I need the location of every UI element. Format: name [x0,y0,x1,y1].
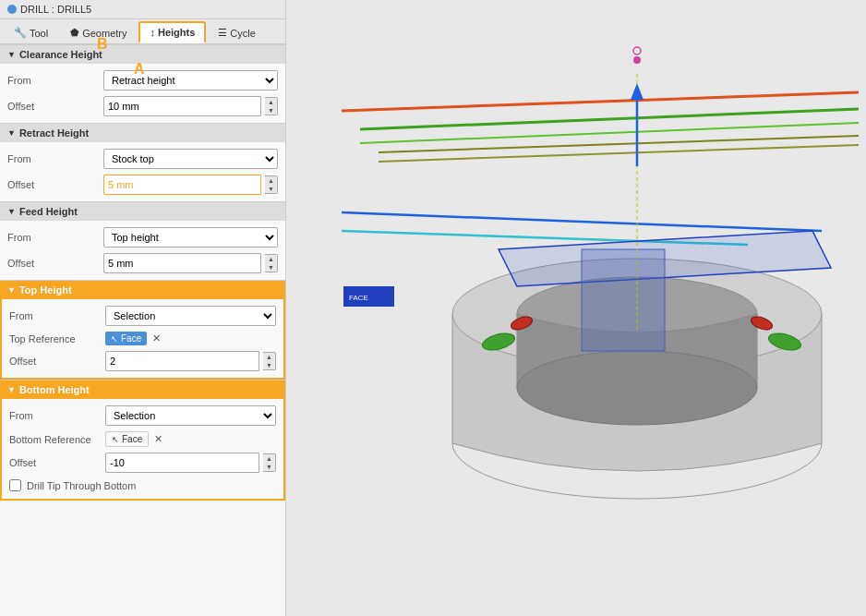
retract-offset-label: Offset [7,179,100,190]
drill-tip-row: Drill Tip Through Bottom [2,476,283,495]
clearance-offset-row: Offset ▲ ▼ [0,93,285,119]
top-height-arrow-icon: ▼ [7,285,16,295]
feed-offset-down[interactable]: ▼ [265,263,277,272]
top-from-row: From Retract height Stock top Top height… [2,303,283,329]
bottom-offset-row: Offset ▲ ▼ [2,450,283,476]
label-a: A [134,61,145,78]
retract-from-select[interactable]: Retract height Stock top Top height Sele… [103,149,278,169]
tab-cycle[interactable]: ☰ Cycle [208,21,266,43]
clearance-offset-up[interactable]: ▲ [265,98,277,106]
bottom-face-label: Face [122,434,142,444]
top-height-section-header[interactable]: ▼ Top Height [0,280,285,299]
top-offset-row: Offset ▲ ▼ [2,348,283,374]
heights-icon: ↕ [150,27,155,38]
drill-tip-checkbox[interactable] [9,479,21,491]
viewport[interactable]: FACE B A [286,0,866,616]
tab-heights[interactable]: ↕ Heights [138,21,206,43]
cycle-icon: ☰ [218,27,227,39]
retract-from-row: From Retract height Stock top Top height… [0,146,285,172]
drill-title: DRILL : DRILL5 [20,4,91,15]
feed-offset-input[interactable] [103,253,261,273]
bottom-from-row: From Retract height Stock top Top height… [2,403,283,429]
top-offset-control: ▲ ▼ [105,351,276,371]
feed-section: ▼ Feed Height From Retract height Stock … [0,201,285,280]
bottom-from-control: Retract height Stock top Top height Sele… [105,405,276,426]
left-panel: DRILL : DRILL5 B A 🔧 Tool ⬟ Geometry ↕ H… [0,0,286,616]
tabs-row: 🔧 Tool ⬟ Geometry ↕ Heights ☰ Cycle [0,19,285,44]
feed-arrow-icon: ▼ [7,207,16,216]
clearance-offset-down[interactable]: ▼ [265,106,277,115]
bottom-face-remove-button[interactable]: ✕ [152,433,164,445]
clearance-section: ▼ Clearance Height From Retract height S… [0,44,285,123]
svg-text:FACE: FACE [349,294,368,302]
top-offset-label: Offset [9,356,102,367]
bottom-reference-control: ↖ Face ✕ [105,431,276,447]
top-offset-up[interactable]: ▲ [263,353,275,361]
retract-offset-spinner: ▲ ▼ [265,175,278,194]
top-offset-down[interactable]: ▼ [263,361,275,369]
top-from-select[interactable]: Retract height Stock top Top height Sele… [105,306,276,326]
drill-tip-label: Drill Tip Through Bottom [27,480,136,491]
bottom-offset-spinner: ▲ ▼ [263,453,276,472]
retract-section: ▼ Retract Height From Retract height Sto… [0,123,285,201]
bottom-offset-down[interactable]: ▼ [263,463,275,471]
bottom-height-section-header[interactable]: ▼ Bottom Height [0,380,285,399]
feed-from-control: Retract height Stock top Top height Sele… [103,227,278,248]
retract-from-control: Retract height Stock top Top height Sele… [103,149,278,169]
top-reference-control: ↖ Face ✕ [105,332,276,345]
tab-tool[interactable]: 🔧 Tool [4,21,58,43]
feed-from-select[interactable]: Retract height Stock top Top height Sele… [103,227,278,248]
bottom-offset-input[interactable] [105,453,259,473]
retract-offset-control: ▲ ▼ [103,175,278,195]
top-face-label: Face [121,333,141,344]
feed-offset-spinner: ▲ ▼ [265,254,278,272]
top-height-section-title: Top Height [19,284,72,296]
top-from-label: From [9,310,102,321]
retract-from-label: From [7,153,100,164]
feed-offset-up[interactable]: ▲ [265,255,277,263]
svg-point-18 [633,56,641,64]
bottom-cursor-icon: ↖ [112,435,119,444]
top-reference-row: Top Reference ↖ Face ✕ [2,329,283,348]
retract-offset-input[interactable] [103,175,261,195]
bottom-offset-label: Offset [9,457,102,468]
drill-dot-icon [7,5,17,14]
top-face-remove-button[interactable]: ✕ [150,332,162,344]
top-from-control: Retract height Stock top Top height Sele… [105,306,276,326]
retract-arrow-icon: ▼ [7,128,16,138]
clearance-offset-control: ▲ ▼ [103,96,278,116]
bottom-offset-up[interactable]: ▲ [263,454,275,463]
retract-offset-down[interactable]: ▼ [265,185,277,193]
clearance-offset-spinner: ▲ ▼ [265,97,278,115]
feed-offset-row: Offset ▲ ▼ [0,250,285,276]
top-offset-spinner: ▲ ▼ [263,352,276,370]
retract-section-header[interactable]: ▼ Retract Height [0,123,285,142]
svg-rect-13 [582,249,665,351]
tab-heights-label: Heights [158,27,195,38]
cursor-icon: ↖ [111,334,118,344]
bottom-height-section-title: Bottom Height [19,384,90,395]
top-face-badge[interactable]: ↖ Face [105,332,147,345]
top-offset-input[interactable] [105,351,259,371]
clearance-from-label: From [7,75,100,86]
tab-tool-label: Tool [30,28,48,39]
feed-section-header[interactable]: ▼ Feed Height [0,201,285,221]
clearance-from-control: Retract height Stock top Top height Sele… [103,70,278,91]
retract-offset-up[interactable]: ▲ [265,176,277,185]
label-b: B [97,36,108,53]
clearance-offset-input[interactable] [103,96,261,116]
bottom-reference-row: Bottom Reference ↖ Face ✕ [2,429,283,450]
clearance-from-select[interactable]: Retract height Stock top Top height Sele… [103,70,278,91]
bottom-height-arrow-icon: ▼ [7,385,16,394]
bottom-face-badge[interactable]: ↖ Face [105,431,149,447]
retract-section-body: From Retract height Stock top Top height… [0,142,285,201]
clearance-arrow-icon: ▼ [7,50,16,59]
tab-cycle-label: Cycle [230,28,256,39]
top-reference-label: Top Reference [9,333,102,344]
svg-point-4 [517,351,757,425]
feed-offset-control: ▲ ▼ [103,253,278,273]
bottom-from-label: From [9,410,102,421]
bottom-from-select[interactable]: Retract height Stock top Top height Sele… [105,405,276,426]
feed-from-row: From Retract height Stock top Top height… [0,224,285,250]
viewport-svg: FACE [286,0,866,616]
